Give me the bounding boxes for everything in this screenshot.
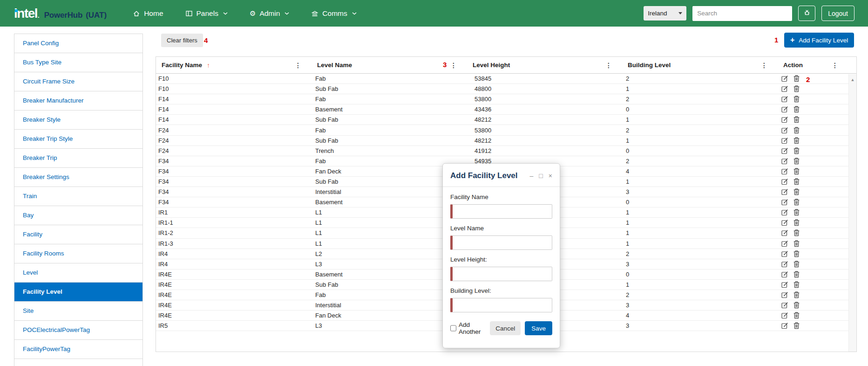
delete-icon[interactable] <box>793 229 800 236</box>
edit-icon[interactable] <box>781 322 788 329</box>
edit-icon[interactable] <box>781 127 788 134</box>
edit-icon[interactable] <box>781 147 788 154</box>
add-another-checkbox[interactable] <box>450 325 456 331</box>
table-row[interactable]: F14 Fab 53800 2 <box>156 94 856 104</box>
edit-icon[interactable] <box>781 312 788 319</box>
sort-asc-icon[interactable]: ↑ <box>207 62 210 69</box>
level-name-field[interactable] <box>450 235 552 250</box>
edit-icon[interactable] <box>781 291 788 298</box>
delete-icon[interactable] <box>793 85 800 92</box>
kebab-menu-icon[interactable]: ⋮ <box>605 62 612 69</box>
table-row[interactable]: F24 Trench 41912 0 <box>156 146 856 156</box>
column-header-facility-name[interactable]: Facility Name ↑ ⋮ <box>156 57 312 73</box>
sidebar-item-breaker-trip[interactable]: Breaker Trip <box>14 149 142 168</box>
cancel-button[interactable]: Cancel <box>490 321 521 335</box>
edit-icon[interactable] <box>781 219 788 226</box>
scroll-up-icon[interactable]: ▲ <box>849 74 856 82</box>
kebab-menu-icon[interactable]: ⋮ <box>761 62 767 69</box>
sidebar-item-train[interactable]: Train <box>14 187 142 206</box>
delete-icon[interactable] <box>793 168 800 175</box>
edit-icon[interactable] <box>781 281 788 288</box>
edit-icon[interactable] <box>781 250 788 257</box>
table-row[interactable]: F10 Sub Fab 48800 1 <box>156 84 856 94</box>
kebab-menu-icon[interactable]: ⋮ <box>450 62 457 69</box>
delete-icon[interactable] <box>793 312 800 319</box>
delete-icon[interactable] <box>793 178 800 185</box>
table-row[interactable]: F24 Fab 53800 2 <box>156 125 856 135</box>
delete-icon[interactable] <box>793 199 800 206</box>
delete-icon[interactable] <box>793 219 800 226</box>
column-header-action[interactable]: Action ⋮ <box>778 57 848 73</box>
facility-name-field[interactable] <box>450 204 552 219</box>
delete-icon[interactable] <box>793 291 800 298</box>
delete-icon[interactable] <box>793 209 800 216</box>
delete-icon[interactable] <box>793 302 800 309</box>
edit-icon[interactable] <box>781 116 788 123</box>
sidebar-item-breaker-style[interactable]: Breaker Style <box>14 110 142 130</box>
bug-report-button[interactable] <box>798 6 815 21</box>
edit-icon[interactable] <box>781 302 788 309</box>
sidebar-item-breaker-manufacturer[interactable]: Breaker Manufacturer <box>14 91 142 110</box>
edit-icon[interactable] <box>781 75 788 82</box>
clear-filters-button[interactable]: Clear filters <box>161 34 203 47</box>
delete-icon[interactable] <box>793 116 800 123</box>
edit-icon[interactable] <box>781 199 788 206</box>
minimize-icon[interactable]: – <box>530 173 534 179</box>
edit-icon[interactable] <box>781 188 788 195</box>
sidebar-item-facility[interactable]: Facility <box>14 225 142 244</box>
delete-icon[interactable] <box>793 127 800 134</box>
edit-icon[interactable] <box>781 229 788 236</box>
edit-icon[interactable] <box>781 209 788 216</box>
kebab-menu-icon[interactable]: ⋮ <box>295 62 301 69</box>
delete-icon[interactable] <box>793 106 800 113</box>
table-row[interactable]: F14 Basement 43436 0 <box>156 104 856 115</box>
delete-icon[interactable] <box>793 322 800 329</box>
kebab-menu-icon[interactable]: ⋮ <box>832 62 838 69</box>
sidebar-item-facility-level[interactable]: Facility Level <box>14 283 142 302</box>
sidebar-item-panel-config[interactable]: Panel Config <box>14 34 142 53</box>
level-height-field[interactable] <box>450 267 552 281</box>
add-facility-level-button[interactable]: + Add Facility Level <box>784 33 854 48</box>
delete-icon[interactable] <box>793 271 800 278</box>
delete-icon[interactable] <box>793 261 800 268</box>
column-header-building-level[interactable]: Building Level ⋮ <box>622 57 778 73</box>
nav-home[interactable]: Home <box>133 9 163 18</box>
edit-icon[interactable] <box>781 261 788 268</box>
sidebar-item-bay[interactable]: Bay <box>14 206 142 225</box>
region-select[interactable]: Ireland <box>644 6 686 21</box>
close-icon[interactable]: × <box>549 173 552 179</box>
sidebar-item-level[interactable]: Level <box>14 263 142 283</box>
delete-icon[interactable] <box>793 250 800 257</box>
table-row[interactable]: F14 Sub Fab 48212 1 <box>156 115 856 125</box>
column-header-level-height[interactable]: Level Height ⋮ <box>467 57 622 73</box>
table-row[interactable]: F24 Sub Fab 48212 1 <box>156 136 856 146</box>
vertical-scrollbar[interactable]: ▲ <box>848 74 856 352</box>
sidebar-item-pocelectricalpowertag[interactable]: POCElectricalPowerTag <box>14 321 142 340</box>
edit-icon[interactable] <box>781 178 788 185</box>
sidebar-item-bus-type-site[interactable]: Bus Type Site <box>14 53 142 72</box>
delete-icon[interactable] <box>793 147 800 154</box>
edit-icon[interactable] <box>781 158 788 165</box>
modal-header[interactable]: Add Facility Level – □ × <box>443 164 560 187</box>
edit-icon[interactable] <box>781 137 788 144</box>
maximize-icon[interactable]: □ <box>539 173 542 179</box>
building-level-field[interactable] <box>450 298 552 312</box>
nav-comms[interactable]: Comms <box>311 9 356 18</box>
delete-icon[interactable] <box>793 281 800 288</box>
edit-icon[interactable] <box>781 85 788 92</box>
sidebar-item-circuit-frame-size[interactable]: Circuit Frame Size <box>14 72 142 91</box>
sidebar-item-breaker-settings[interactable]: Breaker Settings <box>14 168 142 187</box>
sidebar-item-facility-rooms[interactable]: Facility Rooms <box>14 244 142 263</box>
table-row[interactable]: F10 Fab 53845 2 <box>156 74 856 84</box>
edit-icon[interactable] <box>781 240 788 247</box>
delete-icon[interactable] <box>793 96 800 103</box>
save-button[interactable]: Save <box>525 321 552 335</box>
edit-icon[interactable] <box>781 96 788 103</box>
nav-panels[interactable]: Panels <box>185 9 228 18</box>
search-input[interactable] <box>692 6 792 21</box>
edit-icon[interactable] <box>781 106 788 113</box>
sidebar-item-cable-default-facility[interactable]: Cable Default Facility <box>14 359 142 366</box>
edit-icon[interactable] <box>781 271 788 278</box>
delete-icon[interactable] <box>793 158 800 165</box>
delete-icon[interactable] <box>793 188 800 195</box>
